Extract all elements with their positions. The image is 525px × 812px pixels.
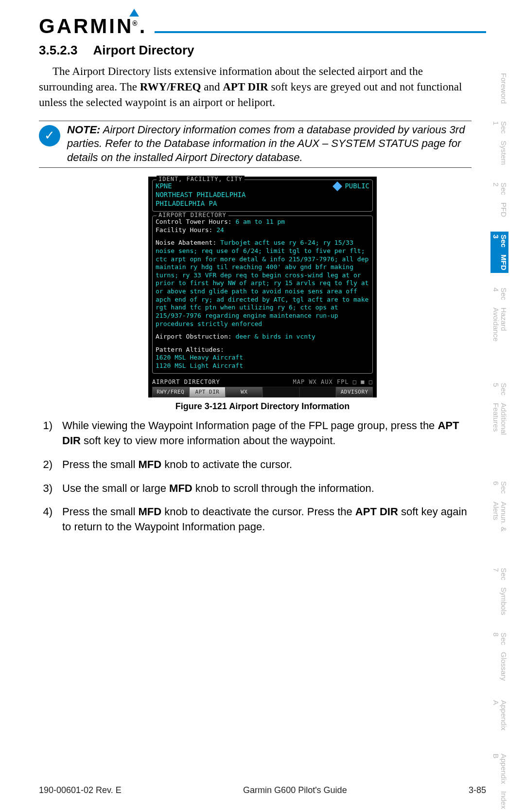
figure-caption: Figure 3-121 Airport Directory Informati…	[39, 401, 486, 412]
step-item: 4)Press the small MFD knob to deactivate…	[39, 505, 472, 535]
section-tab[interactable]: Sec 1System	[490, 118, 508, 168]
figure: IDENT, FACILITY, CITY KPNE PUBLIC NORTHE…	[39, 177, 486, 412]
section-tab-line1: Sec 5	[491, 383, 508, 401]
section-tab-line2: System	[491, 141, 508, 165]
note-callout: ✓ NOTE: Airport Directory information co…	[39, 121, 472, 168]
section-tabs: ForewordSec 1SystemSec 2PFDSec 3MFDSec 4…	[490, 68, 508, 812]
heading-title: Airport Directory	[93, 43, 194, 57]
step-item: 1)While viewing the Waypoint Information…	[39, 418, 472, 449]
facility-hours-value: 24	[216, 226, 224, 234]
section-tab-line1: Sec 8	[491, 632, 508, 650]
obstruction-value: deer & birds in vcnty	[235, 333, 315, 340]
airport-icon	[333, 181, 343, 191]
ident-value: KPNE	[156, 182, 172, 191]
noise-label: Noise Abatement:	[156, 239, 216, 246]
step-number: 1)	[39, 418, 52, 449]
section-tab-line2: Foreword	[491, 73, 508, 104]
pattern-label: Pattern Altitudes:	[156, 346, 369, 354]
step-item: 2)Press the small MFD knob to activate t…	[39, 457, 472, 472]
footer-left: 190-00601-02 Rev. E	[39, 785, 122, 795]
noise-value: Turbojet acft use ry 6-24; ry 15/33 nois…	[156, 239, 368, 327]
page-footer: 190-00601-02 Rev. E Garmin G600 Pilot's …	[39, 785, 486, 795]
section-tab-line1: Sec 3	[491, 235, 508, 253]
section-tab-line2: PFD	[491, 202, 508, 217]
section-tab-line2: MFD	[491, 254, 508, 271]
pattern-alt-1: 1620 MSL Heavy Aircraft	[156, 354, 369, 362]
directory-box: AIRPORT DIRECTORY Control Tower Hours: 6…	[152, 216, 373, 374]
section-tab-line2: Appendix A	[491, 700, 508, 736]
step-number: 4)	[39, 505, 52, 535]
section-tab-line1: Appendix B	[491, 754, 508, 790]
mfd-screen: IDENT, FACILITY, CITY KPNE PUBLIC NORTHE…	[148, 177, 377, 397]
footer-right: 3-85	[469, 785, 486, 795]
section-heading: 3.5.2.3Airport Directory	[39, 43, 486, 58]
section-tab[interactable]: Sec 4Hazard Avoidance	[490, 285, 508, 368]
section-tab[interactable]: Foreword	[490, 68, 508, 107]
section-tab[interactable]: Appendix BIndex	[490, 751, 508, 812]
softkey-blank-2	[299, 387, 336, 397]
section-tab-line2: Glossary	[491, 652, 508, 681]
softkey-advisory[interactable]: ADVISORY	[336, 387, 373, 397]
step-text: Press the small MFD knob to activate the…	[62, 457, 472, 472]
procedure-steps: 1)While viewing the Waypoint Information…	[39, 418, 486, 535]
ident-legend: IDENT, FACILITY, CITY	[157, 176, 245, 183]
section-tab-line2: Symbols	[491, 587, 508, 615]
directory-legend: AIRPORT DIRECTORY	[157, 212, 228, 219]
section-tab[interactable]: Sec 5Additional Features	[490, 380, 508, 467]
section-tab-line2: Hazard Avoidance	[491, 307, 508, 365]
heading-number: 3.5.2.3	[39, 43, 78, 57]
step-number: 3)	[39, 481, 52, 496]
checkmark-icon: ✓	[39, 125, 60, 146]
obstruction-label: Airport Obstruction:	[156, 333, 232, 340]
pattern-alt-2: 1120 MSL Light Aircraft	[156, 362, 369, 370]
section-tab-line1: Sec 4	[491, 288, 508, 306]
screen-footer: AIRPORT DIRECTORY MAP WX AUX FPL □ ■ □	[152, 378, 373, 386]
note-text: NOTE: Airport Directory information come…	[67, 123, 472, 165]
section-tab[interactable]: Sec 3MFD	[490, 232, 508, 273]
screen-footer-right: MAP WX AUX FPL □ ■ □	[293, 379, 373, 386]
section-tab-line1: Sec 7	[491, 568, 508, 585]
public-label: PUBLIC	[345, 182, 369, 191]
section-tab[interactable]: Sec 2PFD	[490, 180, 508, 219]
softkey-row: RWY/FREQ APT DIR WX ADVISORY	[152, 387, 373, 397]
garmin-logo: GARMIN®.	[39, 15, 150, 38]
step-text: Press the small MFD knob to deactivate t…	[62, 505, 472, 535]
section-tab-line1: Sec 2	[491, 182, 508, 200]
tower-value: 6 am to 11 pm	[235, 218, 285, 225]
softkey-wx[interactable]: WX	[226, 387, 262, 397]
footer-center: Garmin G600 Pilot's Guide	[243, 785, 347, 795]
section-tab[interactable]: Sec 7Symbols	[490, 565, 508, 618]
section-tab[interactable]: Sec 8Glossary	[490, 630, 508, 684]
softkey-rwyfreq[interactable]: RWY/FREQ	[152, 387, 189, 397]
section-tab-line2: Annun. & Alerts	[491, 502, 508, 550]
step-number: 2)	[39, 457, 52, 472]
section-tab-line2: Additional Features	[491, 403, 508, 464]
note-body: Airport Directory information comes from…	[67, 124, 465, 163]
ident-box: IDENT, FACILITY, CITY KPNE PUBLIC NORTHE…	[152, 180, 373, 212]
intro-paragraph: The Airport Directory lists extensive in…	[39, 64, 486, 111]
step-text: Use the small or large MFD knob to scrol…	[62, 481, 472, 496]
step-item: 3)Use the small or large MFD knob to scr…	[39, 481, 472, 496]
brand-text: GARMIN	[39, 15, 133, 37]
section-tab-line1: Sec 6	[491, 481, 508, 499]
softkey-aptdir[interactable]: APT DIR	[189, 387, 226, 397]
screen-footer-left: AIRPORT DIRECTORY	[152, 379, 293, 386]
facility-name: NORTHEAST PHILADELPHIA	[156, 191, 369, 199]
section-tab[interactable]: Appendix A	[490, 695, 508, 739]
note-label: NOTE:	[67, 124, 100, 136]
section-tab-line1: Sec 1	[491, 121, 508, 139]
step-text: While viewing the Waypoint Information p…	[62, 418, 472, 449]
header-rule	[155, 31, 486, 33]
header: GARMIN®.	[39, 15, 486, 38]
garmin-triangle-icon	[129, 9, 139, 17]
softkey-blank-1	[262, 387, 299, 397]
city-name: PHILADELPHIA PA	[156, 199, 369, 208]
section-tab[interactable]: Sec 6Annun. & Alerts	[490, 478, 508, 553]
public-badge: PUBLIC	[334, 182, 369, 191]
facility-hours-label: Facility Hours:	[156, 226, 212, 234]
section-tab-line2: Index	[491, 791, 508, 809]
